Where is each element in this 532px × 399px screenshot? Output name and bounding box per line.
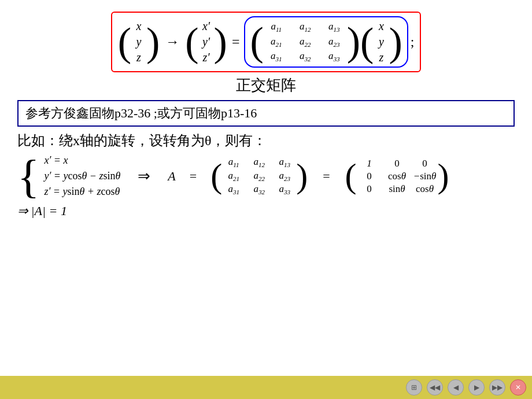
bottom-line: ⇒ |A| = 1 <box>17 204 515 219</box>
taskbar-btn-prev[interactable]: ◀ <box>448 379 464 396</box>
bracket-left-1: ( <box>118 22 131 62</box>
left-vector: ( x y z ) <box>118 20 160 64</box>
eq3: z′ = ysinθ + zcosθ <box>44 186 120 198</box>
rb1-right: ) <box>296 161 308 191</box>
taskbar-btn-close[interactable]: ✕ <box>510 379 526 396</box>
a23: a23 <box>324 36 345 48</box>
a12: a12 <box>295 21 316 33</box>
a22: a22 <box>295 36 316 48</box>
taskbar-btn-prev2[interactable]: ◀◀ <box>427 379 443 396</box>
bracket-left-4: ( <box>360 22 374 62</box>
rv-y: y <box>376 35 386 49</box>
slide-content: ( x y z ) → ( x′ y′ z′ ) <box>0 0 532 376</box>
eq1: x′ = x <box>44 154 120 167</box>
example-text: 比如：绕x轴的旋转，设转角为θ，则有： <box>17 131 515 150</box>
implies-arrow: ⇒ <box>138 167 150 185</box>
rb2-right: ) <box>438 161 449 191</box>
bracket-right-3: ) <box>347 21 360 62</box>
a31: a31 <box>266 50 287 62</box>
eq2: y′ = ycosθ − zsinθ <box>44 170 120 182</box>
semicolon: ; <box>411 34 415 50</box>
result-matrix-1: ( a11 a12 a13 a21 a22 a23 a31 a32 a33 <box>210 156 308 195</box>
result-matrix-2: ( 1 0 0 0 cosθ −sinθ 0 sinθ cosθ ) <box>345 158 449 195</box>
rb1-left: ( <box>210 161 222 191</box>
a-matrix: ( a11 a12 a13 a21 a22 a23 <box>250 21 360 62</box>
equals-2: = <box>323 169 330 184</box>
a11: a11 <box>266 21 287 33</box>
taskbar: ⊞ ◀◀ ◀ ▶ ▶▶ ✕ <box>0 376 532 399</box>
bracket-right-1: ) <box>146 22 160 62</box>
taskbar-btn-next2[interactable]: ▶▶ <box>489 379 505 396</box>
arrow-right: → <box>165 34 179 50</box>
taskbar-btn-grid[interactable]: ⊞ <box>406 379 422 396</box>
mv-yp: y′ <box>201 35 212 49</box>
rv-z: z <box>376 51 386 64</box>
a-letter: A <box>168 169 175 184</box>
middle-vector-cells: x′ y′ z′ <box>201 20 212 64</box>
top-section: ( x y z ) → ( x′ y′ z′ ) <box>12 12 520 72</box>
middle-vector: ( x′ y′ z′ ) <box>185 20 227 64</box>
mv-xp: x′ <box>201 20 212 33</box>
equals-sign: = <box>232 34 240 50</box>
a-equals: = <box>190 169 197 184</box>
big-brace: { <box>17 156 39 197</box>
result-matrix-2-cells: 1 0 0 0 cosθ −sinθ 0 sinθ cosθ <box>358 158 437 195</box>
lv-y: y <box>134 35 144 49</box>
bracket-left-2: ( <box>185 22 198 62</box>
taskbar-btn-next[interactable]: ▶ <box>468 379 485 396</box>
result-matrix-1-cells: a11 a12 a13 a21 a22 a23 a31 a32 a33 <box>223 156 295 195</box>
rb2-left: ( <box>345 161 357 191</box>
a-matrix-cells: a11 a12 a13 a21 a22 a23 a31 a32 a33 <box>266 21 345 62</box>
left-vector-cells: x y z <box>134 20 144 64</box>
a13: a13 <box>324 21 345 33</box>
bracket-right-2: ) <box>214 22 227 62</box>
right-vector-cells: x y z <box>376 20 386 64</box>
lv-z: z <box>134 51 144 64</box>
a33: a33 <box>324 50 345 62</box>
bracket-left-3: ( <box>250 21 263 62</box>
mv-zp: z′ <box>201 51 212 64</box>
a32: a32 <box>295 50 316 62</box>
red-box: ( x y z ) → ( x′ y′ z′ ) <box>111 12 422 72</box>
system-equations: x′ = x y′ = ycosθ − zsinθ z′ = ysinθ + z… <box>44 154 120 198</box>
a21: a21 <box>266 36 287 48</box>
right-vector: ( x y z ) <box>360 20 402 64</box>
orthogonal-matrix-label: 正交矩阵 <box>12 75 520 95</box>
rv-x: x <box>376 20 386 33</box>
equations-section: { x′ = x y′ = ycosθ − zsinθ z′ = ysinθ +… <box>17 154 515 198</box>
system-wrap: { x′ = x y′ = ycosθ − zsinθ z′ = ysinθ +… <box>17 154 120 198</box>
blue-box: ( a11 a12 a13 a21 a22 a23 <box>244 16 408 68</box>
bracket-right-4: ) <box>389 22 402 62</box>
lv-x: x <box>134 20 144 33</box>
reference-box: 参考方俊鑫固物p32-36 ;或方可固物p13-16 <box>17 100 515 127</box>
